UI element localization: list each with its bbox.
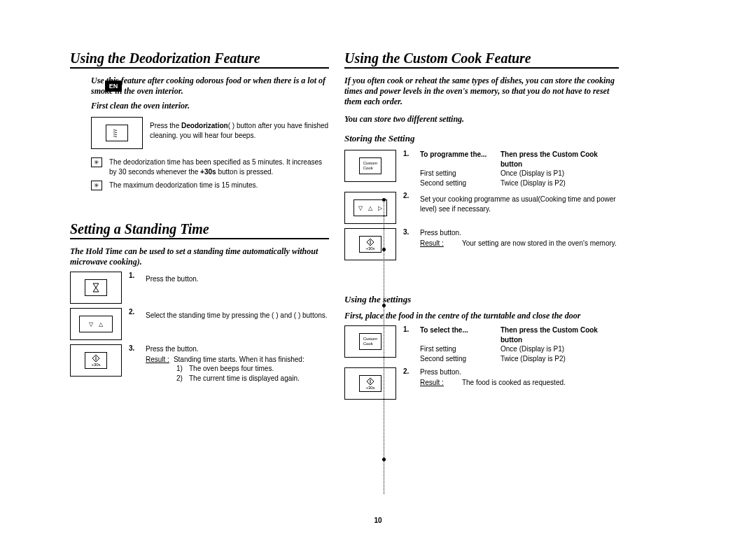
right-triangle-icon: ▷ [378, 205, 382, 211]
step-number: 3. [403, 228, 413, 236]
hourglass-icon [85, 279, 107, 296]
down-triangle-icon: ▽ [89, 321, 93, 328]
language-tab: EN [105, 80, 122, 92]
custom-cook-label: Custom Cook [363, 161, 378, 170]
start-diamond-icon [366, 238, 374, 246]
using-step1-table: To select the...Then press the Custom Co… [420, 325, 619, 363]
customcook-intro2: You can store two different setting. [344, 114, 619, 125]
customcook-intro: If you often cook or reheat the same typ… [344, 76, 619, 107]
using-intro: First, place the food in the centre of t… [344, 311, 619, 321]
subheading-storing: Storing the Setting [344, 133, 619, 144]
step-number: 1. [403, 325, 413, 333]
storing-step1-table: To programme the...Then press the Custom… [420, 150, 619, 188]
deodorize-icon [106, 125, 128, 141]
plus30s-label: +30s [365, 386, 374, 391]
storing-step2: Set your cooking programme as usual(Cook… [420, 195, 619, 213]
standing-step1: Press the button. [146, 274, 329, 284]
deod-note2: The maximum deodorization time is 15 min… [109, 181, 329, 190]
right-column: Using the Custom Cook Feature If you oft… [344, 50, 619, 404]
oven-display-start: +30s [344, 228, 396, 260]
standing-intro: The Hold Time can be used to set a stand… [70, 246, 329, 267]
step-number: 2. [403, 192, 413, 199]
step-number: 2. [403, 367, 413, 375]
custom-cook-label: Custom Cook [363, 337, 378, 346]
note-icon: ✳ [91, 181, 102, 190]
up-triangle-icon: △ [99, 321, 103, 328]
oven-display-start: +30s [344, 367, 396, 400]
note-icon: ✳ [91, 157, 102, 167]
column-divider [384, 200, 384, 494]
deod-intro: Use this feature after cooking odorous f… [91, 76, 329, 97]
oven-display-updown: ▽ △ ▷ [344, 192, 396, 224]
heading-standing-time: Setting a Standing Time [70, 221, 329, 239]
plus30s-label: +30s [91, 363, 100, 367]
heading-custom-cook: Using the Custom Cook Feature [344, 50, 619, 69]
oven-display-updown: ▽ △ [70, 308, 122, 340]
left-column: Using the Deodorization Feature Use this… [70, 50, 329, 404]
oven-display-hourglass [70, 272, 122, 304]
down-triangle-icon: ▽ [358, 205, 363, 211]
step-number: 1. [129, 272, 139, 279]
oven-display-deod [91, 117, 143, 149]
subheading-using: Using the settings [344, 294, 619, 305]
step-number: 3. [129, 344, 139, 352]
deod-instruction: Press the Deodorization( ) button after … [150, 121, 329, 140]
oven-display-customcook: Custom Cook [344, 150, 396, 182]
using-step2: Press button. Result : The food is cooke… [420, 367, 619, 387]
deod-note1: The deodorization time has been specifie… [109, 157, 329, 176]
storing-step3: Press button. Result : Your setting are … [420, 228, 619, 248]
standing-step3: Press the button. Result : Standing time… [146, 344, 329, 383]
deod-intro2: First clean the oven interior. [91, 101, 329, 111]
step-number: 1. [403, 150, 413, 157]
page-number: 10 [0, 517, 756, 524]
plus30s-label: +30s [365, 246, 374, 251]
start-diamond-icon [366, 377, 374, 386]
start-diamond-icon [92, 354, 100, 363]
step-number: 2. [129, 308, 139, 316]
oven-display-customcook: Custom Cook [344, 325, 396, 358]
heading-deodorization: Using the Deodorization Feature [70, 50, 329, 69]
manual-page: EN Using the Deodorization Feature Use t… [0, 0, 756, 534]
oven-display-start: +30s [70, 344, 122, 377]
standing-step2: Select the standing time by pressing the… [146, 311, 329, 321]
up-triangle-icon: △ [368, 205, 372, 211]
